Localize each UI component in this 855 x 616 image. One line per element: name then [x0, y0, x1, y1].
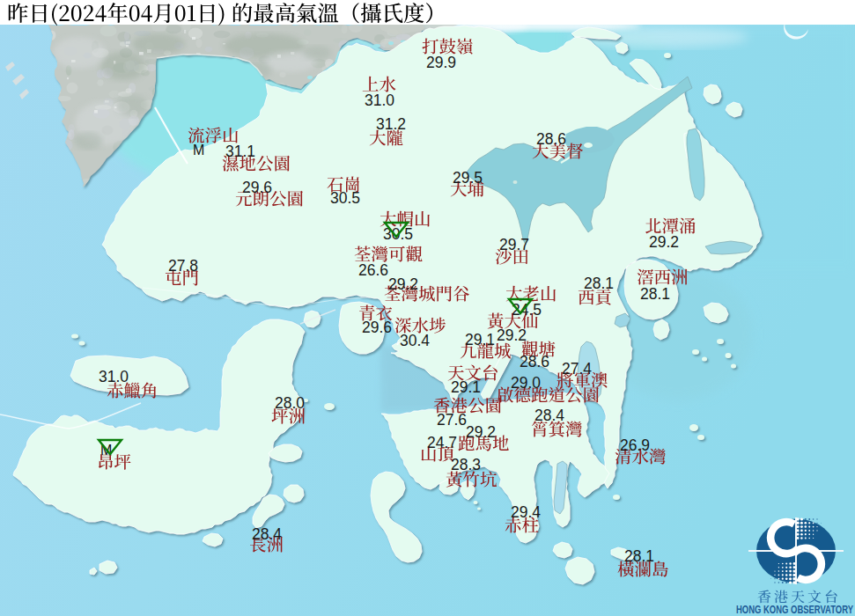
svg-text:28.0: 28.0 — [275, 394, 305, 412]
svg-text:27.4: 27.4 — [562, 360, 592, 378]
svg-text:M: M — [193, 143, 204, 158]
svg-text:29.2: 29.2 — [649, 233, 679, 251]
svg-text:29.2: 29.2 — [497, 326, 527, 344]
svg-text:28.6: 28.6 — [536, 130, 566, 148]
svg-text:31.1: 31.1 — [225, 143, 255, 160]
svg-text:29.2: 29.2 — [466, 423, 496, 441]
svg-text:30.5: 30.5 — [330, 189, 360, 207]
svg-text:29.0: 29.0 — [511, 374, 541, 392]
svg-text:31.2: 31.2 — [376, 115, 406, 133]
svg-text:29.6: 29.6 — [362, 319, 392, 336]
svg-text:29.6: 29.6 — [242, 179, 272, 196]
svg-text:28.4: 28.4 — [252, 525, 282, 543]
svg-text:29.1: 29.1 — [451, 378, 481, 396]
svg-text:29.5: 29.5 — [453, 169, 483, 187]
svg-text:28.1: 28.1 — [640, 285, 670, 303]
svg-text:28.3: 28.3 — [451, 456, 481, 473]
svg-text:24.7: 24.7 — [427, 434, 457, 451]
svg-text:28.4: 28.4 — [534, 407, 564, 424]
svg-text:28.1: 28.1 — [584, 275, 614, 292]
svg-text:29.1: 29.1 — [465, 331, 495, 348]
svg-text:29.2: 29.2 — [388, 275, 418, 293]
svg-text:26.9: 26.9 — [620, 436, 650, 454]
svg-text:29.4: 29.4 — [511, 503, 541, 521]
svg-text:26.6: 26.6 — [358, 261, 388, 279]
svg-text:28.1: 28.1 — [624, 547, 654, 565]
svg-text:27.6: 27.6 — [437, 411, 467, 429]
svg-text:31.0: 31.0 — [365, 92, 394, 109]
svg-text:29.9: 29.9 — [426, 54, 456, 71]
svg-text:HONG KONG OBSERVATORY: HONG KONG OBSERVATORY — [736, 604, 853, 616]
svg-text:27.8: 27.8 — [168, 257, 198, 275]
svg-text:30.4: 30.4 — [400, 332, 430, 349]
svg-text:28.6: 28.6 — [520, 353, 549, 370]
svg-text:24.5: 24.5 — [512, 301, 542, 319]
svg-text:29.7: 29.7 — [499, 236, 529, 253]
svg-text:31.0: 31.0 — [99, 368, 129, 385]
